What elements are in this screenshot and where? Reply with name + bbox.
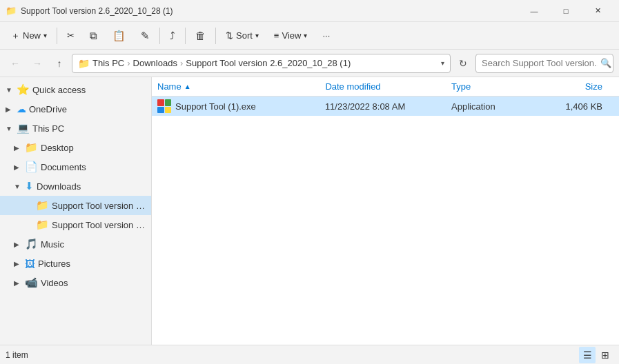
sidebar-label: Downloads (37, 181, 81, 192)
window-controls: — □ ✕ (518, 0, 613, 22)
sort-button[interactable]: ⇅ Sort ▾ (219, 25, 266, 47)
cut-icon: ✂ (67, 30, 75, 41)
new-label: New (23, 30, 41, 41)
more-icon: ··· (322, 30, 330, 41)
copy-icon: ⧉ (90, 30, 97, 42)
chevron-icon: ▶ (14, 144, 22, 152)
refresh-button[interactable]: ↻ (453, 54, 473, 73)
new-button[interactable]: ＋ New ▾ (4, 25, 54, 47)
sort-chevron-icon: ▾ (255, 32, 259, 39)
forward-button[interactable]: → (28, 54, 47, 73)
folder-icon: 📄 (25, 161, 38, 173)
sidebar: ▼ ⭐ Quick access ▶ ☁ OneDrive ▼ 💻 This P… (0, 77, 152, 345)
folder-icon: 📁 (25, 141, 38, 154)
col-modified-label: Date modified (325, 81, 380, 92)
col-type-header[interactable]: Type (451, 81, 536, 92)
sidebar-label: Support Tool version 2.6_202 (52, 220, 146, 230)
window-title: Support Tool version 2.6_2020_10_28 (1) (21, 6, 173, 16)
pictures-icon: 🖼 (25, 258, 35, 270)
cut-button[interactable]: ✂ (60, 25, 81, 47)
back-button[interactable]: ← (6, 54, 25, 73)
toolbar-separator-1 (57, 28, 57, 44)
cloud-icon: ☁ (17, 103, 26, 114)
content-area: Name ▲ Date modified Type Size (152, 77, 619, 345)
main-layout: ▼ ⭐ Quick access ▶ ☁ OneDrive ▼ 💻 This P… (0, 77, 619, 345)
view-button[interactable]: ≡ View ▾ (267, 25, 315, 47)
chevron-icon: ▶ (6, 105, 14, 113)
search-input[interactable] (482, 58, 598, 68)
up-button[interactable]: ↑ (50, 54, 69, 73)
rename-button[interactable]: ✎ (134, 25, 157, 47)
path-sep-1: › (127, 58, 130, 68)
file-modified: 11/23/2022 8:08 AM (325, 101, 405, 112)
path-dropdown-icon[interactable]: ▾ (441, 59, 444, 67)
chevron-icon: ▼ (6, 125, 14, 132)
star-icon: ⭐ (17, 83, 30, 96)
sidebar-item-documents[interactable]: ▶ 📄 Documents (0, 157, 151, 176)
rename-icon: ✎ (141, 30, 150, 42)
minimize-button[interactable]: — (518, 0, 550, 22)
table-row[interactable]: Support Tool (1).exe 11/23/2022 8:08 AM … (152, 97, 619, 116)
sidebar-label: OneDrive (29, 104, 67, 114)
large-icons-view-button[interactable]: ⊞ (597, 347, 613, 363)
toolbar-separator-4 (215, 28, 216, 44)
paste-icon: 📋 (112, 30, 126, 42)
exe-icon (157, 99, 171, 113)
path-part-3[interactable]: Support Tool version 2.6_2020_10_28 (1) (186, 58, 351, 68)
path-part-1[interactable]: This PC (92, 58, 124, 68)
new-chevron-icon: ▾ (43, 32, 47, 39)
share-icon: ⤴ (170, 30, 175, 41)
sidebar-item-this-pc[interactable]: ▼ 💻 This PC (0, 119, 151, 138)
chevron-icon: ▶ (14, 241, 22, 248)
path-part-2[interactable]: Downloads (133, 58, 177, 68)
sidebar-label: This PC (32, 123, 64, 134)
sidebar-item-onedrive[interactable]: ▶ ☁ OneDrive (0, 99, 151, 119)
file-list: Support Tool (1).exe 11/23/2022 8:08 AM … (152, 97, 619, 345)
folder-icon: 📁 (36, 199, 49, 212)
delete-button[interactable]: 🗑 (188, 25, 213, 47)
sidebar-label: Documents (41, 162, 86, 172)
file-size: 1,406 KB (566, 101, 603, 112)
sidebar-item-videos[interactable]: ▶ 📹 Videos (0, 273, 151, 292)
folder-icon: 📁 (36, 219, 49, 231)
sidebar-item-support-tool-2[interactable]: ▶ 📁 Support Tool version 2.6_202 (0, 215, 151, 234)
sort-arrow-icon: ▲ (184, 83, 191, 90)
chevron-icon: ▶ (14, 260, 22, 267)
col-size-header[interactable]: Size (536, 81, 613, 92)
sidebar-item-quick-access[interactable]: ▼ ⭐ Quick access (0, 80, 151, 99)
sort-icon: ⇅ (226, 30, 233, 41)
sidebar-label: Pictures (38, 259, 70, 269)
maximize-button[interactable]: □ (550, 0, 582, 22)
path-sep-2: › (180, 58, 183, 68)
sort-label: Sort (236, 30, 253, 41)
file-type: Application (451, 101, 495, 112)
title-bar-left: 📁 Support Tool version 2.6_2020_10_28 (1… (6, 6, 173, 17)
details-view-button[interactable]: ☰ (579, 347, 596, 363)
col-name-header[interactable]: Name ▲ (157, 81, 325, 92)
computer-icon: 💻 (17, 122, 30, 134)
sidebar-label: Videos (41, 278, 68, 288)
search-box[interactable]: 🔍 (475, 54, 613, 73)
paste-button[interactable]: 📋 (106, 25, 132, 47)
chevron-icon: ▼ (6, 86, 14, 94)
sidebar-item-desktop[interactable]: ▶ 📁 Desktop (0, 138, 151, 157)
copy-button[interactable]: ⧉ (83, 25, 104, 47)
sidebar-item-downloads[interactable]: ▼ ⬇ Downloads (0, 176, 151, 196)
sidebar-label: Desktop (41, 143, 74, 153)
address-path[interactable]: 📁 This PC › Downloads › Support Tool ver… (72, 54, 451, 73)
sidebar-item-music[interactable]: ▶ 🎵 Music (0, 234, 151, 254)
sidebar-label: Quick access (32, 85, 86, 95)
status-count: 1 item (6, 350, 28, 360)
share-button[interactable]: ⤴ (163, 25, 182, 47)
more-button[interactable]: ··· (315, 25, 337, 47)
chevron-icon: ▶ (14, 279, 22, 287)
file-name-cell: Support Tool (1).exe (157, 99, 322, 113)
col-modified-header[interactable]: Date modified (325, 81, 451, 92)
sidebar-item-support-tool-1[interactable]: ▶ 📁 Support Tool version 2.6_202 (0, 196, 151, 215)
sidebar-item-pictures[interactable]: ▶ 🖼 Pictures (0, 254, 151, 273)
status-bar: 1 item ☰ ⊞ (0, 345, 619, 364)
close-button[interactable]: ✕ (582, 0, 613, 22)
col-name-label: Name (157, 81, 181, 92)
folder-icon: 📁 (78, 58, 90, 69)
toolbar-separator-3 (185, 28, 186, 44)
